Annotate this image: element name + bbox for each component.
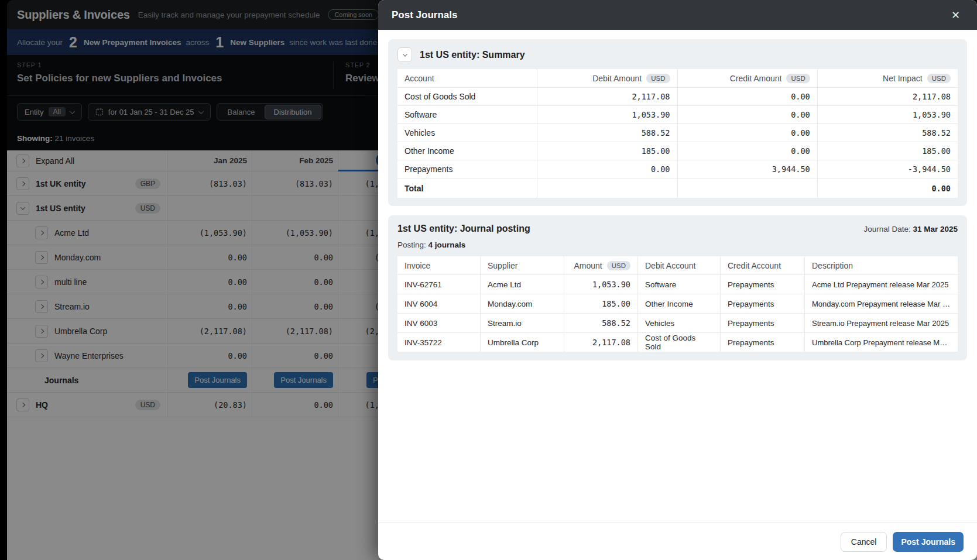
summary-net: 1,053.90 [818, 106, 958, 123]
posting-count-value: 4 journals [428, 241, 466, 249]
journal-debit-account: Vehicles [638, 314, 721, 332]
summary-row: Software1,053.900.001,053.90 [397, 106, 958, 124]
summary-net: -3,944.50 [818, 160, 958, 178]
journal-table-body: INV-62761Acme Ltd1,053.90SoftwarePrepaym… [397, 275, 958, 352]
screen: Suppliers & Invoices Easily track and ma… [0, 0, 977, 560]
modal-footer: Cancel Post Journals [378, 523, 977, 560]
journal-debit-account: Cost of Goods Sold [638, 333, 721, 352]
summary-account: Other Income [397, 142, 537, 160]
summary-total-label: Total [397, 178, 537, 198]
journal-invoice: INV 6003 [397, 314, 481, 332]
summary-table: Account Debit Amount USD Credit Amount U… [397, 69, 958, 198]
journal-description: Umbrella Corp Prepayment release Mar ... [805, 333, 958, 352]
journal-row: INV 6003Stream.io588.52VehiclesPrepaymen… [397, 314, 958, 333]
summary-header-row: Account Debit Amount USD Credit Amount U… [397, 69, 958, 88]
summary-column-net: Net Impact USD [818, 69, 958, 87]
journal-invoice: INV-35722 [397, 333, 481, 352]
currency-badge: USD [786, 74, 810, 83]
modal-header: Post Journals ✕ [378, 0, 977, 30]
journal-amount: 588.52 [564, 314, 638, 332]
summary-table-body: Cost of Goods Sold2,117.080.002,117.08So… [397, 88, 958, 178]
summary-total-net: 0.00 [818, 178, 958, 198]
journal-posting-title: 1st US entity: Journal posting [397, 224, 530, 234]
summary-row: Cost of Goods Sold2,117.080.002,117.08 [397, 88, 958, 106]
close-icon[interactable]: ✕ [948, 9, 964, 21]
journal-supplier: Umbrella Corp [481, 333, 564, 352]
journal-date: Journal Date: 31 Mar 2025 [863, 225, 958, 233]
summary-row: Other Income185.000.00185.00 [397, 142, 958, 160]
summary-debit: 0.00 [537, 160, 677, 178]
journal-row: INV-62761Acme Ltd1,053.90SoftwarePrepaym… [397, 275, 958, 294]
journal-credit-account: Prepayments [721, 294, 805, 313]
journal-column-description: Description [805, 256, 958, 274]
journal-invoice: INV-62761 [397, 275, 481, 294]
summary-column-debit: Debit Amount USD [537, 69, 677, 87]
journal-description-text: Umbrella Corp Prepayment release Mar ... [812, 338, 951, 347]
journal-column-invoice: Invoice [397, 256, 481, 274]
journal-table: Invoice Supplier Amount USD Debit Accoun… [397, 256, 958, 352]
summary-net: 2,117.08 [818, 88, 958, 105]
summary-debit: 2,117.08 [537, 88, 677, 105]
journal-header-row: Invoice Supplier Amount USD Debit Accoun… [397, 256, 958, 275]
summary-account: Cost of Goods Sold [397, 88, 537, 105]
journal-description: Acme Ltd Prepayment release Mar 2025 [805, 275, 958, 294]
journal-amount: 2,117.08 [564, 333, 638, 352]
journal-description-text: Monday.com Prepayment release Mar 2... [812, 300, 951, 308]
journal-row: INV-35722Umbrella Corp2,117.08Cost of Go… [397, 333, 958, 352]
journal-date-value: 31 Mar 2025 [913, 225, 958, 233]
journal-supplier: Acme Ltd [481, 275, 564, 294]
summary-card: 1st US entity: Summary Account Debit Amo… [388, 39, 967, 206]
posting-count: Posting: 4 journals [397, 241, 958, 249]
post-journals-modal: Post Journals ✕ 1st US entity: Summary A… [378, 0, 977, 560]
journal-debit-account: Other Income [638, 294, 721, 313]
summary-total-row: Total 0.00 [397, 178, 958, 198]
journal-description-text: Stream.io Prepayment release Mar 2025 [812, 319, 949, 328]
summary-debit: 1,053.90 [537, 106, 677, 123]
summary-column-account: Account [397, 69, 537, 87]
journal-date-label: Journal Date: [863, 225, 910, 233]
currency-badge: USD [607, 261, 630, 270]
summary-row: Prepayments0.003,944.50-3,944.50 [397, 160, 958, 178]
summary-credit: 3,944.50 [678, 160, 818, 178]
collapse-summary-button[interactable] [397, 47, 412, 62]
journal-supplier: Monday.com [481, 294, 564, 313]
summary-credit: 0.00 [678, 142, 818, 160]
cancel-button[interactable]: Cancel [841, 532, 887, 552]
summary-column-credit: Credit Amount USD [678, 69, 818, 87]
summary-row: Vehicles588.520.00588.52 [397, 124, 958, 142]
modal-title: Post Journals [392, 9, 457, 21]
summary-net: 588.52 [818, 124, 958, 142]
summary-card-header: 1st US entity: Summary [397, 47, 958, 62]
journal-column-credit-account: Credit Account [721, 256, 805, 274]
journal-supplier: Stream.io [481, 314, 564, 332]
journal-description-text: Acme Ltd Prepayment release Mar 2025 [812, 280, 948, 289]
currency-badge: USD [927, 74, 951, 83]
journal-credit-account: Prepayments [721, 275, 805, 294]
summary-account: Vehicles [397, 124, 537, 142]
journal-description: Monday.com Prepayment release Mar 2... [805, 294, 958, 313]
summary-credit: 0.00 [678, 88, 818, 105]
journal-debit-account: Software [638, 275, 721, 294]
summary-credit: 0.00 [678, 106, 818, 123]
modal-body: 1st US entity: Summary Account Debit Amo… [378, 30, 977, 523]
journal-amount: 185.00 [564, 294, 638, 313]
journal-amount: 1,053.90 [564, 275, 638, 294]
journal-invoice: INV 6004 [397, 294, 481, 313]
journal-description: Stream.io Prepayment release Mar 2025 [805, 314, 958, 332]
posting-count-label: Posting: [397, 241, 426, 249]
journal-column-debit-account: Debit Account [638, 256, 721, 274]
summary-credit: 0.00 [678, 124, 818, 142]
currency-badge: USD [646, 74, 670, 83]
journal-column-supplier: Supplier [481, 256, 564, 274]
summary-net: 185.00 [818, 142, 958, 160]
journal-credit-account: Prepayments [721, 314, 805, 332]
post-journals-button[interactable]: Post Journals [893, 532, 964, 552]
summary-account: Software [397, 106, 537, 123]
journal-column-amount: Amount USD [564, 256, 638, 274]
summary-debit: 185.00 [537, 142, 677, 160]
journal-posting-card: 1st US entity: Journal posting Journal D… [388, 215, 967, 360]
journal-posting-header: 1st US entity: Journal posting Journal D… [397, 224, 958, 234]
summary-card-title: 1st US entity: Summary [420, 50, 525, 60]
journal-credit-account: Prepayments [721, 333, 805, 352]
summary-debit: 588.52 [537, 124, 677, 142]
